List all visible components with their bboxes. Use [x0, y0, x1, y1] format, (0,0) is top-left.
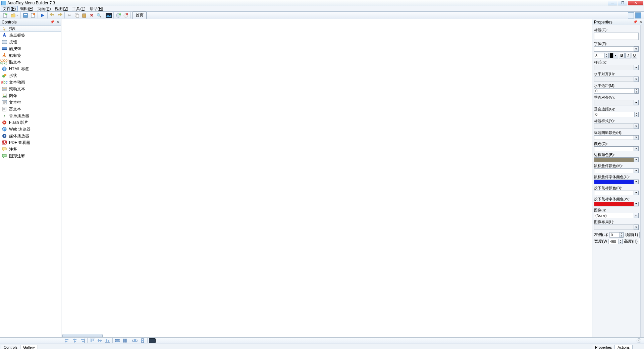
toolbar-right-1[interactable] [628, 12, 634, 18]
canvas-area[interactable] [61, 19, 592, 337]
control-richtext[interactable]: 富文本 [0, 106, 61, 112]
page-tab-home[interactable]: 首页 [132, 11, 147, 19]
center-h-button[interactable] [131, 338, 138, 344]
control-image[interactable]: 图像 [0, 92, 61, 99]
control-label: 注释 [9, 147, 17, 152]
svg-rect-67 [115, 341, 119, 342]
control-cooltext[interactable]: Cooltext酷文本 [0, 59, 61, 65]
new-button[interactable]: + [1, 12, 9, 19]
font-size-input[interactable]: 8▲▼ [594, 53, 609, 58]
left-input[interactable]: 0▲▼ [609, 232, 624, 238]
layout-dropdown[interactable]: ▼ [594, 225, 639, 230]
tab-gallery[interactable]: Gallery [20, 345, 38, 349]
italic-button[interactable]: I [625, 53, 631, 58]
find-button[interactable]: 🔍 [95, 12, 103, 19]
media-icon [2, 133, 7, 139]
control-shape[interactable]: 形状 [0, 72, 61, 79]
close-panel-icon[interactable]: ✕ [639, 20, 642, 24]
control-textbox[interactable]: 文本框 [0, 99, 61, 106]
underline-button[interactable]: U [632, 53, 637, 58]
hoverfont-color-picker[interactable]: ▼ [594, 180, 639, 184]
valign-dropdown[interactable]: ▼ [594, 100, 639, 105]
close-panel-icon[interactable]: ✕ [56, 20, 59, 24]
pin-icon[interactable]: 📌 [50, 20, 54, 24]
width-input[interactable]: 480▲▼ [608, 239, 623, 244]
remove-page-button[interactable] [122, 12, 129, 19]
control-coolbutton[interactable]: 酷按钮 [0, 45, 61, 52]
control-media[interactable]: 媒体播放器 [0, 133, 61, 139]
svg-marker-7 [41, 14, 44, 17]
play-button[interactable] [39, 12, 46, 19]
control-A-blue[interactable]: A热点标签 [0, 32, 61, 39]
align-left-button[interactable] [64, 338, 70, 344]
align-top-button[interactable] [89, 338, 96, 344]
same-width-button[interactable] [114, 338, 121, 344]
control-pdf[interactable]: PDFPDF 查看器 [0, 139, 61, 146]
menu-h[interactable]: 帮助(H) [88, 6, 105, 11]
layoutbar-close-icon[interactable]: ✕ [637, 338, 641, 343]
close-button[interactable]: ✕ [628, 1, 643, 5]
tab-actions[interactable]: Actions [614, 345, 633, 349]
menu-e[interactable]: 编辑(E) [18, 6, 35, 11]
control-music[interactable]: ♪音乐播放器 [0, 112, 61, 119]
hmargin-input[interactable]: 0▲▼ [594, 88, 639, 94]
hmargin-label: 水平边距(M): [594, 83, 639, 88]
menu-t[interactable]: 工具(T) [70, 6, 87, 11]
control-flash[interactable]: Flash 影片 [0, 119, 61, 126]
font-color-dropdown[interactable]: ▼ [609, 53, 618, 58]
menu-f[interactable]: 文件(F) [1, 6, 18, 11]
cut-button[interactable]: ✂ [66, 12, 73, 19]
capstyle-dropdown[interactable]: ▼ [594, 123, 639, 129]
control-scrolltext[interactable]: 滚动文本 [0, 86, 61, 92]
style-dropdown[interactable]: ▼ [594, 65, 639, 70]
bold-button[interactable]: B [619, 53, 625, 58]
menu-v[interactable]: 视图(V) [53, 6, 70, 11]
align-bottom-button[interactable] [104, 338, 111, 344]
tab-controls[interactable]: Controls [1, 345, 20, 349]
image-browse-button[interactable]: … [634, 213, 639, 218]
color-picker[interactable]: ▼ [594, 146, 639, 151]
control-gcomment[interactable]: 图形注释 [0, 153, 61, 159]
copy-button[interactable] [73, 12, 80, 19]
center-v-button[interactable] [139, 338, 146, 344]
pin-icon[interactable]: 📌 [633, 20, 637, 24]
same-height-button[interactable] [122, 338, 128, 344]
picture-button[interactable] [105, 12, 112, 19]
redo-button[interactable] [56, 12, 63, 19]
save-button[interactable] [22, 12, 29, 19]
toolbar-right-2[interactable] [635, 12, 641, 18]
control-web[interactable]: Web 浏览器 [0, 126, 61, 133]
control-html[interactable]: HTML 标签 [0, 65, 61, 72]
control-button[interactable]: 按钮 [0, 39, 61, 45]
pointer-icon [2, 26, 7, 31]
align-middle-button[interactable] [97, 338, 103, 344]
control-pointer[interactable]: 指针 [0, 25, 61, 32]
press-color-picker[interactable]: ▼ [594, 191, 639, 195]
vmargin-input[interactable]: 0▲▼ [594, 112, 639, 117]
tab-properties[interactable]: Properties [592, 345, 615, 349]
pressfont-color-picker[interactable]: ▼ [594, 202, 639, 206]
hover-color-picker[interactable]: ▼ [594, 168, 639, 173]
paste-button[interactable] [80, 12, 88, 19]
border-color-picker[interactable]: ▼ [594, 157, 639, 162]
menu-p[interactable]: 页面(P) [35, 6, 53, 11]
minimize-button[interactable]: — [608, 1, 617, 5]
control-comment[interactable]: 注释 [0, 146, 61, 153]
align-center-h-button[interactable] [71, 338, 78, 344]
control-anim[interactable]: abc文本动画 [0, 79, 61, 86]
undo-button[interactable] [49, 12, 56, 19]
add-page-button[interactable]: + [115, 12, 122, 19]
halign-dropdown[interactable]: ▼ [594, 77, 639, 82]
preview-screen-button[interactable] [149, 338, 156, 343]
maximize-button[interactable]: ❐ [618, 1, 627, 5]
properties-scrollbar[interactable] [640, 25, 644, 337]
page-thumbnail[interactable] [62, 334, 103, 337]
control-A-orange[interactable]: A酷标签 [0, 52, 61, 59]
open-button[interactable] [9, 12, 19, 19]
save-as-button[interactable] [29, 12, 37, 19]
caption-input[interactable] [594, 33, 639, 40]
shadow-color-picker[interactable]: ▼ [594, 135, 639, 140]
font-dropdown[interactable]: ▼ [594, 46, 639, 52]
align-right-button[interactable] [79, 338, 86, 344]
delete-button[interactable]: ✖ [88, 12, 95, 19]
